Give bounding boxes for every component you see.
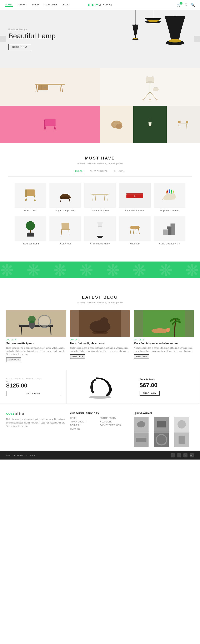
must-have-section: MUST HAVE Fusce in pellentesque lectus, … (0, 143, 200, 257)
svg-rect-124 (157, 421, 166, 428)
footer-links-1: HELP TRACK ORDER DELIVERY RETURNS (70, 417, 100, 431)
insta-3[interactable] (174, 417, 189, 432)
svg-rect-75 (28, 232, 33, 233)
hero-prev-button[interactable]: ‹ (0, 36, 6, 42)
insta-5[interactable] (154, 432, 169, 447)
promo-shop-1[interactable]: SHOP NOW (6, 391, 60, 396)
insta-2[interactable] (154, 417, 169, 432)
svg-rect-128 (136, 438, 146, 442)
footer-instagram: @INSTAGRAM (134, 412, 194, 447)
insta-1[interactable] (134, 417, 148, 432)
tab-trend[interactable]: TREND (75, 170, 84, 174)
svg-line-17 (60, 85, 61, 92)
svg-point-108 (92, 331, 108, 334)
hero-section: Furniture Design Beautiful Lamp SHOP NOW… (0, 10, 200, 68)
insta-4[interactable] (134, 432, 148, 447)
footer-description: Nulla tincidunt, leo in congue faucibus,… (6, 418, 66, 428)
svg-rect-58 (92, 194, 108, 195)
svg-line-21 (55, 126, 56, 132)
svg-text:N: N (134, 195, 136, 197)
footer-customer-services: CUSTOMER SERVICES HELP TRACK ORDER DELIV… (70, 412, 130, 447)
nav-about[interactable]: ABOUT (18, 3, 27, 7)
read-more-2[interactable]: Read more (70, 354, 85, 359)
social-facebook[interactable]: f (171, 453, 175, 458)
svg-rect-41 (180, 123, 187, 124)
promo-price-only: Only (6, 380, 60, 382)
footer-link-help[interactable]: HELP (70, 417, 100, 419)
read-more-1[interactable]: Read more (6, 358, 21, 362)
insta-6[interactable] (174, 432, 189, 447)
svg-point-107 (100, 317, 108, 326)
cart-icon[interactable]: 🛒 1 (177, 3, 181, 7)
must-have-title: MUST HAVE (8, 156, 192, 160)
nav-blog[interactable]: BLOG (63, 3, 70, 7)
svg-line-43 (186, 124, 187, 129)
tab-new-arrival[interactable]: NEW ARRIVAL (90, 170, 108, 174)
hero-title: Beautiful Lamp (8, 32, 56, 40)
search-icon[interactable]: 🔍 (191, 3, 195, 7)
social-twitter[interactable]: t (177, 453, 181, 458)
photo-wood-slices (100, 106, 133, 143)
must-have-subtitle: Fusce in pellentesque lectus, sit amet p… (8, 162, 192, 165)
svg-line-62 (104, 195, 104, 200)
latest-blog-section: LATEST BLOG Fusce in pellentesque lectus… (0, 282, 200, 370)
product-objet-deco: Objet deco bureau (154, 183, 186, 212)
nav-logo: COSYMinimal (88, 3, 112, 7)
svg-line-23 (54, 126, 55, 130)
svg-line-89 (136, 229, 136, 234)
social-linkedin[interactable]: in (183, 453, 188, 458)
photo-grid (0, 68, 200, 143)
nav-home[interactable]: HOME (5, 3, 13, 7)
product-name: Large Lounge Chair (50, 210, 81, 212)
product-name: Objet deco bureau (154, 210, 186, 212)
blog-title: LATEST BLOG (6, 295, 194, 300)
social-links: f t in g+ (171, 453, 194, 458)
photo-dining-set (167, 106, 200, 143)
social-googleplus[interactable]: g+ (190, 453, 194, 458)
hero-shop-now-button[interactable]: SHOP NOW (8, 44, 31, 50)
product-water-lily: Water Lily (119, 216, 150, 245)
svg-line-15 (62, 85, 62, 92)
svg-line-99 (21, 327, 22, 335)
footer-bottom: © 2017 CREATED BY JUXTABASE f t in g+ (0, 451, 200, 460)
nav-shop[interactable]: SHOP (32, 3, 39, 7)
footer-link-delivery[interactable]: DELIVERY (70, 424, 100, 426)
svg-point-40 (149, 125, 152, 126)
read-more-3[interactable]: Read more (134, 354, 149, 359)
footer-link-forum[interactable]: JOIN US FORUM (100, 417, 130, 419)
svg-rect-54 (26, 190, 27, 197)
svg-rect-83 (97, 236, 103, 237)
footer-link-track[interactable]: TRACK ORDER (70, 420, 100, 423)
footer-link-payment[interactable]: PAYMENT METHODS (100, 424, 130, 426)
footer-links-2: JOIN US FORUM HELP DESK PAYMENT METHODS (100, 417, 130, 431)
svg-point-32 (153, 88, 159, 91)
photo-tripod-lamp (100, 68, 200, 106)
tab-special[interactable]: SPECIAL (114, 170, 125, 174)
hero-next-button[interactable]: › (194, 36, 200, 42)
svg-rect-95 (163, 229, 168, 230)
svg-point-37 (116, 124, 122, 129)
photo-pink-chair (0, 106, 100, 143)
footer-logo: COSYMinimal (6, 412, 66, 416)
blog-post-3: JUN 2019 Cras facilisis euismod elementu… (134, 310, 194, 362)
svg-rect-76 (62, 223, 69, 229)
product-paula-chair: PAULA chair (50, 216, 81, 245)
wishlist-icon[interactable]: ♡ (184, 3, 188, 7)
svg-point-6 (147, 20, 159, 22)
blog-tag-3: JUN 2019 (134, 339, 194, 341)
footer-link-helpdesk[interactable]: HELP DESK (100, 420, 130, 423)
nav-features[interactable]: FEATURES (44, 3, 58, 7)
svg-line-67 (167, 190, 168, 194)
product-name: Lorem dolor ipsum (119, 210, 150, 212)
product-guest-chair: Guest Chair (14, 183, 46, 212)
svg-line-50 (26, 196, 26, 201)
promo-label-2: Pencils Pack (140, 378, 194, 381)
svg-point-3 (133, 38, 138, 39)
svg-rect-74 (27, 233, 34, 236)
svg-line-16 (38, 85, 38, 92)
svg-line-27 (150, 92, 157, 100)
product-lorem-1: Lorem dolor ipsum (84, 183, 116, 212)
svg-line-68 (170, 189, 170, 193)
promo-shop-2[interactable]: SHOP NOW (140, 390, 160, 396)
footer-link-returns[interactable]: RETURNS (70, 428, 100, 430)
